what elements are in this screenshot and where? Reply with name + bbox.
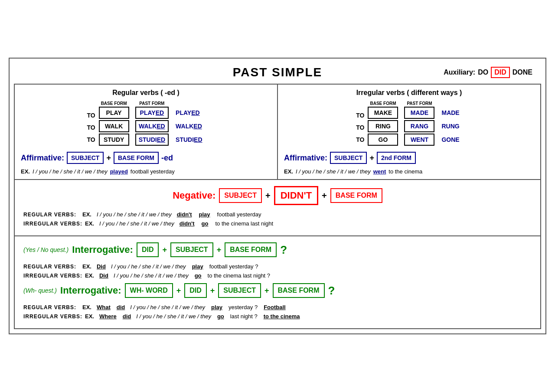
aux-done: DONE: [513, 69, 532, 76]
wh-irregular-rest: last night ?: [230, 313, 258, 320]
irr-past-form-plain2-col: MADE RUNG GONE: [439, 101, 462, 146]
regular-example: EX. I / you / he / she / it / we / they …: [21, 168, 271, 175]
yes-no-subject-box: SUBJECT: [170, 242, 213, 257]
base-form-col: BASE FORM PLAY WALK STUDY: [99, 101, 129, 146]
irregular-ex-rest: to the cinema: [388, 168, 422, 175]
neg-plus-1: +: [265, 191, 271, 201]
int-irregular-rest: to the cinema last night ?: [208, 272, 271, 279]
to-3: TO: [87, 134, 97, 146]
wh-regular-rest: yesterday ?: [229, 304, 258, 310]
irregular-affirmative-formula: Affirmative: SUBJECT + 2nd FORM: [284, 152, 534, 164]
base-walk: WALK: [99, 120, 129, 132]
wh-word-box: WH- WORD: [125, 283, 173, 298]
irr-base-go: GO: [368, 134, 398, 146]
past-form-plain-col: PLAYED WALKED STUDIED: [173, 101, 205, 146]
main-container: PAST SIMPLE Auxiliary: DO DID DONE Regul…: [9, 58, 546, 334]
past-played-plain: PLAYED: [173, 107, 205, 119]
irregular-example: EX. I / you / he / she / it / we / they …: [284, 168, 534, 175]
int-regular-rest: football yesterday ?: [209, 263, 258, 270]
irr-past-gone-plain: GONE: [439, 134, 462, 146]
irr-base-form-col: BASE FORM MAKE RING GO: [368, 101, 398, 146]
aux-do: DO: [478, 69, 488, 76]
neg-irregular-ex-label: EX.: [85, 220, 94, 227]
regular-suffix-ed: -ed: [161, 154, 173, 163]
neg-regular-verb: play: [199, 211, 210, 218]
wh-regular-example: REGULAR VERBS: EX. What did I / you / he…: [23, 304, 532, 310]
irr-past-went-box: WENT: [404, 134, 434, 146]
wh-regular-wh-word: What: [97, 304, 111, 310]
past-studied-box: STUDIED: [135, 134, 169, 146]
regular-affirmative-label: Affirmative:: [21, 154, 64, 163]
base-form-cells: PLAY WALK STUDY: [99, 107, 129, 146]
irregular-subject-box: SUBJECT: [330, 152, 367, 164]
header: PAST SIMPLE Auxiliary: DO DID DONE: [14, 63, 541, 84]
neg-regular-type: REGULAR VERBS:: [23, 212, 80, 218]
int-regular-type: REGULAR VERBS:: [23, 264, 80, 270]
irr-base-form-header: BASE FORM: [368, 101, 398, 106]
regular-ex-verb: played: [110, 168, 128, 175]
irr-past-form-plain2-cells: MADE RUNG GONE: [439, 107, 462, 146]
irregular-heading: Irregular verbs ( different ways ): [284, 89, 534, 97]
irr-past-rung-plain: RUNG: [439, 120, 462, 132]
wh-regular-did: did: [117, 304, 125, 310]
wh-irregular-ex-label: EX.: [85, 313, 94, 320]
neg-irregular-rest: to the cinema last night: [215, 220, 273, 227]
int-irregular-ex-label: EX.: [85, 272, 94, 279]
wh-regular-verb: play: [211, 304, 222, 310]
wh-regular-ex-label: EX.: [82, 304, 91, 310]
top-section: Regular verbs ( -ed ) TO TO TO BASE FORM…: [14, 84, 541, 180]
wh-did-box: DID: [184, 283, 207, 298]
to-2: TO: [87, 121, 97, 134]
irr-to-2: TO: [356, 121, 366, 134]
irregular-verb-table: TO TO TO BASE FORM MAKE RING GO PAST FOR…: [284, 101, 534, 146]
int-regular-verb: play: [192, 263, 203, 270]
int-regular-ex-label: EX.: [82, 263, 91, 270]
int-irregular-verb: go: [195, 272, 202, 279]
wh-irregular-verb: go: [217, 313, 224, 320]
past-form-plain-cells: PLAYED WALKED STUDIED: [173, 107, 205, 146]
yes-no-base-form-box: BASE FORM: [225, 242, 277, 257]
yes-no-prefix: (Yes / No quest.): [23, 246, 69, 253]
irregular-ex-label: EX.: [284, 168, 293, 175]
irr-past-rang-box: RANG: [404, 120, 434, 132]
aux-did-boxed: DID: [491, 67, 510, 78]
irr-past-made-plain: MADE: [439, 107, 462, 119]
irregular-affirmative-label: Affirmative:: [284, 154, 327, 163]
int-irregular-subjects: I / you / he / she / it / we / they: [114, 272, 189, 279]
irr-past-form-cells: MADE RANG WENT: [404, 107, 434, 146]
auxiliary-section: Auxiliary: DO DID DONE: [444, 67, 532, 78]
irr-base-make: MAKE: [368, 107, 398, 119]
regular-heading: Regular verbs ( -ed ): [21, 89, 271, 97]
neg-regular-subjects: I / you / he / she / it / we / they: [97, 211, 172, 218]
page-title: PAST SIMPLE: [233, 65, 323, 79]
regular-verbs-section: Regular verbs ( -ed ) TO TO TO BASE FORM…: [15, 85, 278, 179]
wh-regular-type: REGULAR VERBS:: [23, 304, 80, 310]
irr-base-form-cells: MAKE RING GO: [368, 107, 398, 146]
wh-regular-subjects: I / you / he / she / it / we / they: [130, 304, 205, 310]
wh-question-mark: ?: [328, 284, 335, 297]
int-irregular-type: IRREGULAR VERBS:: [23, 273, 82, 279]
negative-base-form-box: BASE FORM: [330, 188, 382, 203]
int-regular-did: Did: [97, 263, 106, 270]
neg-regular-ex-label: EX.: [82, 211, 91, 218]
negative-regular-example: REGULAR VERBS: EX. I / you / he / she / …: [23, 211, 532, 218]
yes-no-formula: (Yes / No quest.) Interrogative: DID + S…: [23, 242, 532, 257]
to-labels: TO TO TO: [87, 101, 97, 146]
yes-no-question-mark: ?: [280, 243, 287, 257]
irr-past-form-header: PAST FORM: [404, 101, 434, 106]
regular-plus-1: +: [106, 154, 111, 163]
wh-irregular-wh-word: Where: [99, 313, 117, 320]
wh-irregular-subjects: I / you / he / she / it / we / they: [136, 313, 211, 320]
negative-subject-box: SUBJECT: [219, 188, 262, 203]
neg-regular-rest: football yesterday: [217, 211, 261, 218]
wh-irregular-example: IRREGULAR VERBS: EX. Where did I / you /…: [23, 313, 532, 320]
neg-plus-2: +: [322, 191, 327, 201]
auxiliary-label: Auxiliary:: [444, 69, 475, 76]
neg-irregular-verb: go: [202, 220, 209, 227]
wh-plus-1: +: [176, 286, 181, 295]
irr-past-form-col: PAST FORM MADE RANG WENT: [404, 101, 434, 146]
past-walked-box: WALKED: [135, 120, 169, 132]
yes-no-label: Interrogative:: [72, 244, 133, 255]
interrogative-section: (Yes / No quest.) Interrogative: DID + S…: [14, 236, 541, 329]
yes-no-plus-2: +: [217, 245, 222, 255]
